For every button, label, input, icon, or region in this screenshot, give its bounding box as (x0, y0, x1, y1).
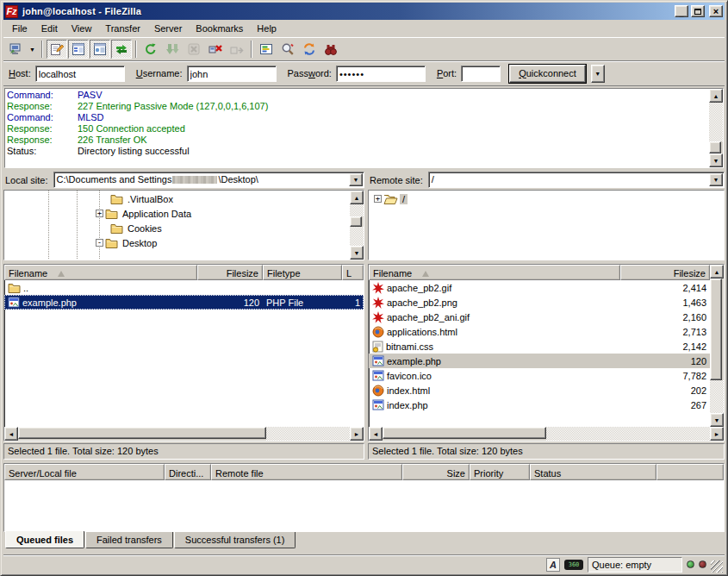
scroll-track[interactable] (350, 204, 364, 216)
header-filetype[interactable]: Filetype (263, 265, 342, 280)
toggle-transfer-queue-button[interactable] (111, 40, 132, 59)
tree-item-root[interactable]: + / (369, 191, 724, 206)
header-filesize[interactable]: Filesize (620, 265, 710, 280)
directory-filters-button[interactable] (256, 40, 277, 59)
port-input[interactable] (461, 66, 501, 82)
toggle-remote-tree-button[interactable] (90, 40, 110, 59)
process-queue-button[interactable] (162, 40, 183, 59)
header-direction[interactable]: Directi... (165, 464, 211, 480)
table-row[interactable]: index.php 267 (369, 398, 710, 412)
speed-limits-icon[interactable]: 360 (564, 560, 583, 570)
table-row[interactable]: apache_pb2.png 1,463 (369, 295, 710, 310)
tab-queued-files[interactable]: Queued files (5, 531, 84, 548)
local-site-dropdown[interactable]: ▼ (349, 173, 363, 186)
quickconnect-dropdown[interactable]: ▼ (591, 65, 605, 83)
log-scrollbar[interactable]: ▲ ▼ (709, 89, 723, 167)
header-status[interactable]: Status (530, 464, 656, 480)
tree-item-virtualbox[interactable]: .VirtualBox (4, 191, 350, 206)
scroll-track[interactable] (710, 380, 724, 413)
filezilla-app-icon[interactable]: Fz (5, 5, 18, 18)
scroll-track[interactable] (709, 103, 723, 141)
header-priority[interactable]: Priority (470, 464, 530, 480)
scroll-right-arrow[interactable]: ► (710, 427, 724, 441)
transfer-type-ascii-icon[interactable]: A (546, 558, 560, 572)
directory-comparison-button[interactable] (277, 40, 298, 59)
table-row[interactable]: favicon.ico 7,782 (369, 368, 710, 383)
refresh-button[interactable] (140, 40, 161, 59)
scroll-track[interactable] (546, 427, 710, 441)
menu-edit[interactable]: Edit (34, 22, 65, 35)
minimize-button[interactable]: _ (675, 5, 688, 17)
menu-server[interactable]: Server (147, 22, 189, 35)
site-manager-button[interactable] (5, 40, 26, 59)
remote-list-hscrollbar[interactable]: ◄ ► (369, 427, 724, 441)
menu-help[interactable]: Help (250, 22, 283, 35)
scroll-up-arrow[interactable]: ▲ (709, 89, 723, 103)
resize-grip[interactable] (711, 560, 723, 573)
header-filesize[interactable]: Filesize (197, 265, 263, 280)
title-bar[interactable]: Fz john@localhost - FileZilla _ × (3, 3, 725, 20)
menu-file[interactable]: File (5, 22, 34, 35)
remote-site-dropdown[interactable]: ▼ (709, 173, 723, 186)
close-button[interactable]: × (709, 5, 723, 17)
scroll-up-arrow[interactable]: ▲ (350, 191, 364, 204)
table-row-selected[interactable]: example.php 120 (369, 354, 710, 368)
scroll-right-arrow[interactable]: ► (350, 427, 364, 441)
toggle-message-log-button[interactable] (47, 40, 67, 59)
tree-item-cookies[interactable]: Cookies (4, 221, 350, 235)
local-tree-scrollbar[interactable]: ▲ ▼ (350, 191, 364, 260)
collapse-minus-icon[interactable]: - (96, 239, 103, 247)
table-row-example-php[interactable]: example.php 120 PHP File 1 (4, 295, 364, 310)
header-filename[interactable]: Filename (4, 265, 197, 280)
expand-plus-icon[interactable]: + (96, 210, 103, 217)
tab-successful-transfers[interactable]: Successful transfers (1) (174, 532, 296, 548)
disconnect-button[interactable] (205, 40, 226, 59)
scroll-thumb[interactable] (350, 216, 362, 227)
header-filename[interactable]: Filename (369, 265, 620, 280)
scroll-left-arrow[interactable]: ◄ (369, 427, 383, 441)
menu-bookmarks[interactable]: Bookmarks (189, 22, 250, 35)
maximize-button[interactable] (691, 5, 705, 17)
scroll-thumb[interactable] (383, 427, 546, 439)
header-remote-file[interactable]: Remote file (211, 464, 402, 480)
find-files-button[interactable] (320, 40, 341, 59)
table-row[interactable]: apache_pb2_ani.gif 2,160 (369, 310, 710, 324)
header-last-modified[interactable]: L (342, 265, 364, 280)
scroll-down-arrow[interactable]: ▼ (710, 413, 724, 427)
site-manager-dropdown[interactable]: ▼ (27, 40, 38, 59)
tree-item-application-data[interactable]: + Application Data (4, 206, 350, 221)
synchronized-browsing-button[interactable] (299, 40, 320, 59)
scroll-thumb[interactable] (709, 141, 721, 153)
remote-site-combo[interactable]: / ▼ (428, 172, 725, 188)
scroll-down-arrow[interactable]: ▼ (709, 153, 723, 167)
reconnect-button[interactable] (227, 40, 247, 59)
menu-view[interactable]: View (65, 22, 99, 35)
toggle-local-tree-button[interactable] (68, 40, 89, 59)
password-input[interactable] (336, 66, 426, 82)
menu-transfer[interactable]: Transfer (98, 22, 147, 35)
header-server-local-file[interactable]: Server/Local file (4, 464, 165, 480)
host-input[interactable] (35, 66, 125, 82)
scroll-track[interactable] (350, 227, 364, 246)
tab-failed-transfers[interactable]: Failed transfers (85, 532, 173, 548)
scroll-up-arrow[interactable]: ▲ (710, 265, 724, 279)
username-input[interactable] (187, 66, 277, 82)
local-site-combo[interactable]: C:\Documents and Settings\Desktop\ ▼ (53, 172, 364, 188)
table-row[interactable]: applications.html 2,713 (369, 324, 710, 339)
scroll-thumb[interactable] (710, 279, 722, 380)
local-list-hscrollbar[interactable]: ◄ ► (4, 427, 364, 441)
table-row[interactable]: index.html 202 (369, 383, 710, 398)
quickconnect-button[interactable]: Quickconnect (509, 65, 586, 83)
cancel-operation-button[interactable] (184, 40, 204, 59)
remote-list-scrollbar[interactable]: ▲ ▼ (710, 265, 724, 427)
scroll-left-arrow[interactable]: ◄ (4, 427, 18, 441)
expand-plus-icon[interactable]: + (374, 195, 382, 203)
scroll-thumb[interactable] (18, 427, 266, 439)
tree-item-desktop[interactable]: - Desktop (4, 235, 350, 250)
table-row-updir[interactable]: .. (4, 280, 364, 295)
scroll-down-arrow[interactable]: ▼ (350, 246, 364, 260)
table-row[interactable]: apache_pb2.gif 2,414 (369, 280, 710, 295)
scroll-track[interactable] (266, 427, 350, 441)
header-size[interactable]: Size (402, 464, 470, 480)
table-row[interactable]: bitnami.css 2,142 (369, 339, 710, 354)
